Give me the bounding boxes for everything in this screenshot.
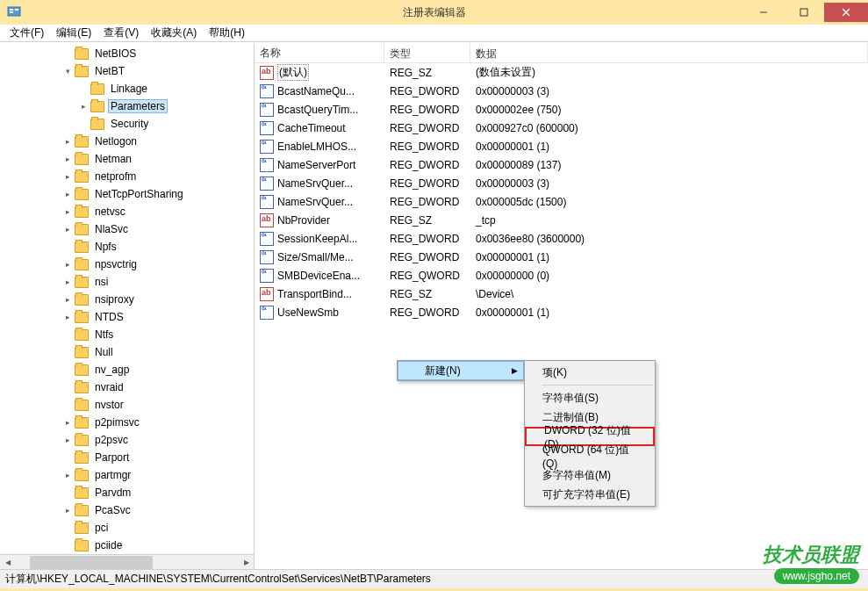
titlebar[interactable]: 注册表编辑器 [0,0,868,25]
tree-item[interactable]: ▸netvsc [0,203,254,220]
value-row[interactable]: SessionKeepAl...REG_DWORD0x0036ee80 (360… [255,229,868,248]
context-menu[interactable]: 新建(N) ▶ [397,360,525,381]
list-header[interactable]: 名称 类型 数据 [255,43,868,63]
tree-item[interactable]: ▸nsiproxy [0,291,254,308]
value-row[interactable]: CacheTimeoutREG_DWORD0x000927c0 (600000) [255,119,868,137]
col-name[interactable]: 名称 [255,43,384,62]
menu-favorites[interactable]: 收藏夹(A) [145,24,203,42]
folder-icon [75,277,89,288]
menu-help[interactable]: 帮助(H) [203,24,251,42]
expander-icon[interactable]: ▸ [63,190,73,199]
menu-new-expandstring[interactable]: 可扩充字符串值(E) [525,485,655,504]
tree-item[interactable]: Parport [0,449,254,466]
tree-item[interactable]: Linkage [0,80,254,97]
value-row[interactable]: BcastNameQu...REG_DWORD0x00000003 (3) [255,82,868,100]
menu-new-key[interactable]: 项(K) [525,363,655,382]
expander-icon[interactable]: ▸ [63,295,73,305]
menu-new-multistring[interactable]: 多字符串值(M) [525,465,655,485]
expander-icon[interactable]: ▸ [79,102,89,112]
tree-item[interactable]: nvraid [0,378,254,396]
expander-icon [63,330,73,340]
value-row[interactable]: NameSrvQuer...REG_DWORD0x00000003 (3) [255,174,868,192]
tree-item[interactable]: ▸NTDS [0,308,254,326]
expander-icon[interactable]: ▸ [63,506,73,515]
tree-item[interactable]: ▸Netman [0,150,254,168]
menu-file[interactable]: 文件(F) [4,24,50,42]
expander-icon[interactable]: ▸ [63,225,73,234]
scroll-thumb[interactable] [30,556,153,569]
tree-item[interactable]: nv_agp [0,361,254,378]
tree-item[interactable]: NetBIOS [0,45,254,62]
tree-item[interactable]: ▸NetTcpPortSharing [0,185,254,203]
menubar: 文件(F) 编辑(E) 查看(V) 收藏夹(A) 帮助(H) [0,25,868,42]
scroll-right-icon[interactable]: ▶ [239,555,254,570]
value-row[interactable]: NameServerPortREG_DWORD0x00000089 (137) [255,155,868,174]
value-name: NameSrvQuer... [277,196,353,208]
expander-icon[interactable]: ▸ [63,207,73,217]
menu-new[interactable]: 新建(N) ▶ [398,361,524,380]
tree-item[interactable]: nvstor [0,396,254,414]
value-row[interactable]: Size/Small/Me...REG_DWORD0x00000001 (1) [255,248,868,266]
tree-item[interactable]: ▸npsvctrig [0,256,254,273]
tree-item[interactable]: ▸partmgr [0,466,254,484]
menu-new-string[interactable]: 字符串值(S) [525,388,655,407]
tree-item[interactable]: ▸nsi [0,273,254,291]
menu-view[interactable]: 查看(V) [97,24,145,42]
tree-item[interactable]: ▸p2psvc [0,431,254,449]
menu-new-qword[interactable]: QWORD (64 位)值(Q) [525,446,655,465]
expander-icon[interactable]: ▸ [63,137,73,147]
expander-icon[interactable]: ▸ [63,172,73,182]
tree-item[interactable]: ▾NetBT [0,62,254,80]
tree-item[interactable]: pci [0,519,254,537]
col-type[interactable]: 类型 [384,43,470,62]
value-data: 0x000005dc (1500) [470,194,868,210]
maximize-button[interactable] [784,3,824,22]
context-submenu-new[interactable]: 项(K) 字符串值(S) 二进制值(B) DWORD (32 位)值(D) QW… [524,360,656,507]
expander-icon[interactable]: ▸ [63,436,73,445]
value-row[interactable]: SMBDeviceEna...REG_QWORD0x00000000 (0) [255,266,868,285]
col-data[interactable]: 数据 [470,43,868,62]
tree-item-label: p2pimsvc [92,415,142,429]
tree-item[interactable]: Ntfs [0,326,254,343]
expander-icon[interactable]: ▸ [63,155,73,164]
value-row[interactable]: NbProviderREG_SZ_tcp [255,211,868,229]
svg-rect-1 [10,9,13,11]
expander-icon[interactable]: ▸ [63,471,73,480]
tree-item[interactable]: ▸NlaSvc [0,220,254,238]
expander-icon[interactable]: ▸ [63,277,73,287]
registry-tree[interactable]: NetBIOS▾NetBTLinkage▸ParametersSecurity▸… [0,43,254,554]
value-data: 0x00000089 (137) [470,157,868,173]
tree-item-label: p2psvc [92,433,131,447]
value-row[interactable]: UseNewSmbREG_DWORD0x00000001 (1) [255,303,868,321]
tree-item[interactable]: ▸PcaSvc [0,501,254,519]
folder-icon [75,452,89,464]
value-row[interactable]: BcastQueryTim...REG_DWORD0x000002ee (750… [255,100,868,119]
tree-item[interactable]: pciide [0,537,254,554]
expander-icon[interactable]: ▸ [63,260,73,270]
tree-item[interactable]: Parvdm [0,484,254,501]
expander-icon[interactable]: ▸ [63,418,73,428]
expander-icon[interactable]: ▾ [63,67,73,76]
value-row[interactable]: TransportBind...REG_SZ\Device\ [255,285,868,303]
folder-icon [75,400,89,411]
value-row[interactable]: NameSrvQuer...REG_DWORD0x000005dc (1500) [255,192,868,211]
tree-item-label: Security [108,117,151,131]
tree-item[interactable]: Security [0,115,254,133]
expander-icon[interactable]: ▸ [63,313,73,322]
menu-edit[interactable]: 编辑(E) [50,24,97,42]
tree-item[interactable]: ▸Netlogon [0,133,254,150]
close-button[interactable] [824,3,868,22]
tree-item[interactable]: Null [0,343,254,361]
scroll-left-icon[interactable]: ◀ [0,555,15,570]
value-name: BcastQueryTim... [277,104,358,116]
tree-item[interactable]: ▸Parameters [0,97,254,115]
tree-item[interactable]: ▸p2pimsvc [0,414,254,431]
value-row[interactable]: (默认)REG_SZ(数值未设置) [255,63,868,82]
minimize-button[interactable] [743,3,784,22]
tree-item[interactable]: ▸netprofm [0,168,254,185]
value-row[interactable]: EnableLMHOS...REG_DWORD0x00000001 (1) [255,137,868,155]
tree-item-label: Netman [92,152,134,166]
tree-item[interactable]: Npfs [0,238,254,256]
horizontal-scrollbar[interactable]: ◀ ▶ [0,554,254,569]
string-value-icon [260,287,274,301]
